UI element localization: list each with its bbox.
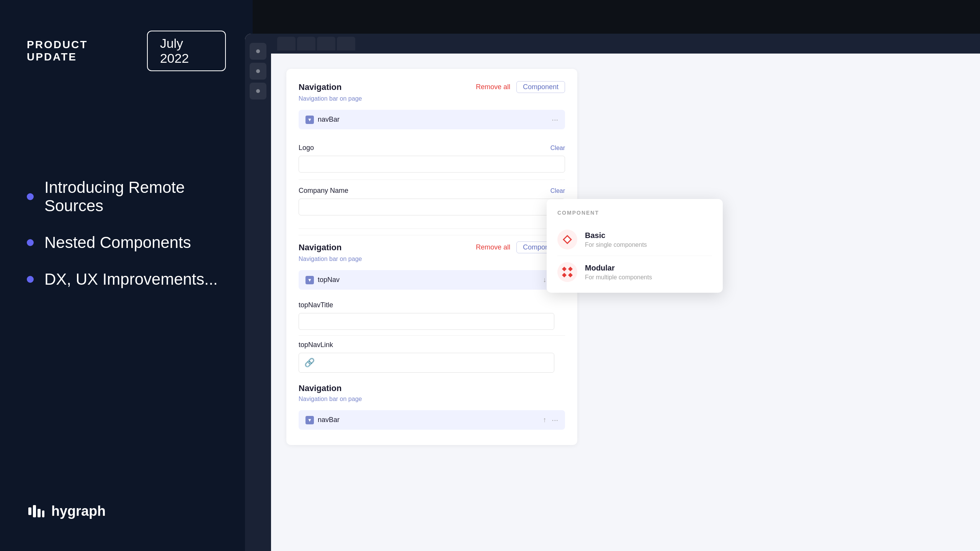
list-item: DX, UX Improvements... [27,270,226,289]
company-name-clear-btn[interactable]: Clear [550,187,565,194]
navbar2-section: ▼ navBar ↑ ··· [299,410,565,430]
company-name-input[interactable]: ▾ [299,199,565,215]
logo-field: Logo Clear [299,137,565,180]
navbar-name-1: navBar [318,116,340,124]
nav-title-1: Navigation [299,82,341,92]
bullet-list: Introducing Remote Sources Nested Compon… [27,178,226,289]
basic-option-name: Basic [585,231,647,240]
svg-rect-0 [28,507,31,515]
sidebar-dot-2 [256,69,260,73]
logo-area: hygraph [27,502,226,520]
modular-icon [561,266,573,278]
collapse-icon-navbar2[interactable]: ▼ [305,416,314,424]
panel-actions-1: Remove all Component [476,81,565,93]
navbar2-header: ▼ navBar ↑ ··· [305,416,558,424]
logo-clear-btn[interactable]: Clear [550,145,565,152]
component-option-modular[interactable]: Modular For multiple components [557,256,712,282]
tab-4[interactable] [337,37,355,51]
topnav-title-input[interactable] [299,313,554,330]
three-dots-icon-navbar2[interactable]: ··· [552,416,558,424]
navigation-section-1: Navigation Remove all Component Navigati… [299,81,565,222]
down-arrow-icon[interactable]: ↓ [543,276,546,284]
topnav-name: topNav [318,276,340,284]
topnav-section: ▼ topNav ↓ ··· [299,270,565,290]
list-item: Introducing Remote Sources [27,178,226,215]
divider-1 [299,228,565,229]
bullet-dot-3 [27,276,34,283]
sidebar-nav-item-1[interactable] [250,43,266,60]
topnav-left: ▼ topNav [305,276,340,284]
navbar2-name: navBar [318,416,340,424]
panel-header-2: Navigation Remove all Component [299,241,565,253]
logo-field-header: Logo Clear [299,144,565,152]
svg-rect-1 [33,505,36,517]
component-button-1[interactable]: Component [516,81,565,93]
bullet-text-2: Nested Components [44,233,191,252]
nav-subtitle-3: Navigation bar on page [299,396,565,403]
remove-all-button-2[interactable]: Remove all [476,243,510,251]
modular-option-name: Modular [585,264,652,272]
company-name-field-header: Company Name Clear [299,187,565,195]
tab-2[interactable] [297,37,315,51]
navigation-section-3: Navigation Navigation bar on page ▼ navB… [299,378,565,430]
ui-work-area: Navigation Remove all Component Navigati… [271,54,980,551]
nav-subtitle-2: Navigation bar on page [299,256,565,262]
topnav-title-label: topNavTitle [299,301,333,309]
bullet-dot-2 [27,239,34,246]
topnav-link-label: topNavLink [299,341,333,349]
component-dropdown: COMPONENT Basic For single components [547,199,723,293]
topnav-link-input[interactable]: 🔗 [299,353,554,373]
bullet-text-3: DX, UX Improvements... [44,270,218,289]
up-arrow-icon[interactable]: ↑ [543,416,546,424]
component-option-basic[interactable]: Basic For single components [557,223,712,256]
logo-text: hygraph [51,503,106,519]
navbar-section-1: ▼ navBar ··· [299,110,565,129]
sidebar-nav-item-3[interactable] [250,83,266,99]
tab-1[interactable] [277,37,296,51]
date-badge: July 2022 [147,31,226,71]
topnav-header: ▼ topNav ↓ ··· [305,276,558,284]
basic-option-desc: For single components [585,241,647,248]
ui-top-bar [271,34,980,54]
basic-option-text: Basic For single components [585,231,647,248]
logo-input[interactable] [299,156,565,173]
collapse-icon-1[interactable]: ▼ [305,116,314,124]
sidebar-dot-1 [256,49,260,53]
navbar-left-1: ▼ navBar [305,116,340,124]
sidebar-bar [245,34,271,551]
topnav-link-header: topNavLink [299,341,565,349]
modular-icon-container [557,262,577,282]
logo-label: Logo [299,144,314,152]
panel-header-1: Navigation Remove all Component [299,81,565,93]
bullet-dot-1 [27,193,34,200]
company-name-label: Company Name [299,187,348,195]
product-update-label: PRODUCT UPDATE [27,39,136,63]
remove-all-button-1[interactable]: Remove all [476,83,510,91]
topnav-title-header: topNavTitle [299,301,565,309]
basic-icon-container [557,230,577,249]
modular-option-desc: For multiple components [585,274,652,281]
nav-subtitle-1: Navigation bar on page [299,95,565,102]
sidebar-nav-item-2[interactable] [250,63,266,80]
hygraph-logo-icon [27,502,45,520]
svg-rect-3 [42,510,44,517]
navigation-section-2: Navigation Remove all Component Navigati… [299,235,565,378]
topnav-link-field: topNavLink 🔗 [299,336,565,378]
company-name-field: Company Name Clear ▾ [299,180,565,222]
left-panel: PRODUCT UPDATE July 2022 Introducing Rem… [0,0,253,551]
component-dropdown-title: COMPONENT [557,210,712,216]
modular-option-text: Modular For multiple components [585,264,652,281]
nav-title-2: Navigation [299,243,341,253]
bullet-text-1: Introducing Remote Sources [44,178,226,215]
list-item: Nested Components [27,233,226,252]
tab-3[interactable] [317,37,335,51]
product-update-row: PRODUCT UPDATE July 2022 [27,31,226,71]
nav-title-3: Navigation [299,383,341,393]
navbar-header-1: ▼ navBar ··· [305,115,558,124]
basic-diamond-icon [561,233,573,246]
three-dots-icon-1[interactable]: ··· [552,115,558,124]
right-panel: Navigation Remove all Component Navigati… [245,34,980,551]
topnav-title-field: topNavTitle [299,296,565,336]
navbar2-left: ▼ navBar [305,416,340,424]
collapse-icon-topnav[interactable]: ▼ [305,276,314,284]
